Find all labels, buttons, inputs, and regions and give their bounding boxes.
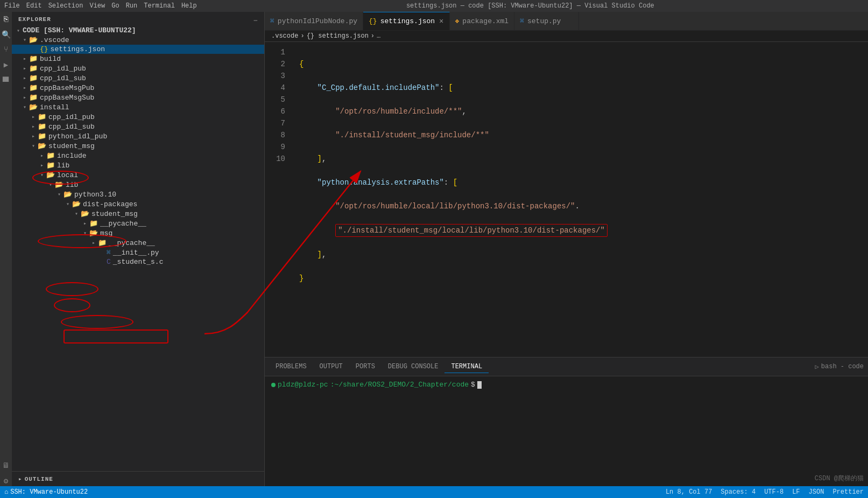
term-status-dot xyxy=(271,383,276,387)
tree-root[interactable]: ▾ CODE [SSH: VMWARE-UBUNTU22] xyxy=(12,26,264,35)
cpp-idl-pub-label: cpp_idl_pub xyxy=(40,65,86,73)
tab-python-idl[interactable]: ⌘ pythonIdlPubNode.py xyxy=(265,12,363,30)
breadcrumb-settings[interactable]: {} settings.json xyxy=(307,32,369,40)
status-ssh-icon: ⌂ xyxy=(4,488,8,496)
tab-settings-json-label: settings.json xyxy=(380,17,435,25)
pycache2-icon: 📁 xyxy=(98,239,107,247)
tree-install[interactable]: ▾ 📂 install xyxy=(12,102,264,112)
tab-setup-py[interactable]: ⌘ setup.py xyxy=(514,12,579,30)
code-editor[interactable]: 1 2 3 4 5 6 7 8 9 10 { "C_Cpp.default.in… xyxy=(265,42,868,357)
root-label: CODE [SSH: VMWARE-UBUNTU22] xyxy=(23,26,136,34)
status-spaces[interactable]: Spaces: 4 xyxy=(721,488,756,496)
i-cpp-idl-sub-icon: 📁 xyxy=(38,122,46,131)
activity-remote-icon[interactable]: 🖥 xyxy=(1,460,11,471)
tree-student-msg[interactable]: ▾ 📂 student_msg xyxy=(12,141,264,151)
install-label: install xyxy=(40,103,69,111)
build-label: build xyxy=(40,55,61,63)
local-label: local xyxy=(57,171,78,179)
status-ln-col[interactable]: Ln 8, Col 77 xyxy=(666,488,712,496)
status-ssh[interactable]: ⌂ SSH: VMware-Ubuntu22 xyxy=(4,488,88,496)
menu-go[interactable]: Go xyxy=(111,2,119,10)
menu-selection[interactable]: Selection xyxy=(48,2,83,10)
tab-output[interactable]: OUTPUT xyxy=(313,361,349,373)
tree-install-cpp-idl-pub[interactable]: ▸ 📁 cpp_idl_pub xyxy=(12,112,264,122)
tree-cpp-idl-sub[interactable]: ▸ 📁 cpp_idl_sub xyxy=(12,73,264,83)
tree-lib[interactable]: ▸ 📁 lib xyxy=(12,160,264,170)
dist-packages-icon: 📂 xyxy=(72,200,81,208)
tree-student-c[interactable]: C _student_s.c xyxy=(12,257,264,266)
tree-dist-packages[interactable]: ▾ 📂 dist-packages xyxy=(12,199,264,209)
tree-python310[interactable]: ▾ 📂 python3.10 xyxy=(12,190,264,199)
activity-settings-icon[interactable]: ⚙ xyxy=(1,475,11,486)
tree-pycache2[interactable]: ▸ 📁 __pycache__ xyxy=(12,238,264,248)
tree-vscode-folder[interactable]: ▾ 📂 .vscode xyxy=(12,35,264,45)
tree-cpp-idl-pub[interactable]: ▸ 📁 cpp_idl_pub xyxy=(12,64,264,73)
student-msg-label: student_msg xyxy=(48,142,95,150)
tab-debug-console[interactable]: DEBUG CONSOLE xyxy=(382,361,445,373)
tab-terminal[interactable]: TERMINAL xyxy=(444,361,489,373)
dist-packages-label: dist-packages xyxy=(83,200,137,208)
tree-pycache1[interactable]: ▸ 📁 __pycache__ xyxy=(12,219,264,228)
tree-init-py[interactable]: ⌘ __init__.py xyxy=(12,248,264,257)
breadcrumb-vscode[interactable]: .vscode xyxy=(271,32,298,40)
menu-edit[interactable]: Edit xyxy=(26,2,42,10)
student-msg-icon: 📂 xyxy=(38,142,46,150)
tree-cpp-base-msg-sub[interactable]: ▸ 📁 cppBaseMsgSub xyxy=(12,93,264,102)
cpp-idl-sub-label: cpp_idl_sub xyxy=(40,74,86,82)
menu-run[interactable]: Run xyxy=(126,2,138,10)
tree-build[interactable]: ▸ 📁 build xyxy=(12,54,264,64)
i-python-idl-pub-label: python_idl_pub xyxy=(48,132,107,141)
install-arrow: ▾ xyxy=(20,104,29,110)
outline-label: OUTLINE xyxy=(25,476,53,482)
tree-install-python-idl-pub[interactable]: ▸ 📁 python_idl_pub xyxy=(12,131,264,141)
tab-ports[interactable]: PORTS xyxy=(349,361,382,373)
tree-settings-json[interactable]: {} settings.json xyxy=(12,45,264,54)
cpp-idl-pub-icon: 📁 xyxy=(29,64,38,73)
menu-help[interactable]: Help xyxy=(181,2,197,10)
local-lib-label: lib xyxy=(66,181,78,189)
pycache1-arrow: ▸ xyxy=(81,220,89,227)
code-content[interactable]: { "C_Cpp.default.includePath": [ "/opt/r… xyxy=(291,42,868,357)
terminal-content[interactable]: pldz@pldz-pc :~/share/ROS2_DEMO/2_Chapte… xyxy=(265,376,868,486)
tab-settings-json-close[interactable]: × xyxy=(439,17,443,26)
menu-bar[interactable]: File Edit Selection View Go Run Terminal… xyxy=(4,2,197,10)
tree-include[interactable]: ▸ 📁 include xyxy=(12,151,264,160)
breadcrumb-ellipsis[interactable]: … xyxy=(377,32,380,40)
sidebar-title: EXPLORER xyxy=(18,16,51,23)
menu-file[interactable]: File xyxy=(4,2,20,10)
tab-settings-json[interactable]: {} settings.json × xyxy=(363,12,449,30)
tab-package-xml[interactable]: ❖ package.xml xyxy=(450,12,515,30)
tree-cpp-base-msg-pub[interactable]: ▸ 📁 cppBaseMsgPub xyxy=(12,83,264,93)
outline-section[interactable]: ▸ OUTLINE xyxy=(12,471,264,486)
cpp-idl-sub-icon: 📁 xyxy=(29,74,38,82)
activity-search-icon[interactable]: 🔍 xyxy=(1,29,11,40)
new-file-icon[interactable]: … xyxy=(253,16,258,23)
status-lang[interactable]: JSON xyxy=(809,488,824,496)
activity-git-icon[interactable]: ⑂ xyxy=(1,44,11,55)
lib-label: lib xyxy=(57,162,69,170)
msg-label: msg xyxy=(100,229,112,237)
build-icon: 📁 xyxy=(29,54,38,63)
activity-explorer-icon[interactable]: ⎘ xyxy=(1,14,11,25)
activity-extensions-icon[interactable]: ⯀ xyxy=(1,74,11,85)
activity-debug-icon[interactable]: ▶ xyxy=(1,59,11,70)
tree-msg[interactable]: ▾ 📂 msg xyxy=(12,228,264,238)
status-formatter[interactable]: Prettier xyxy=(832,488,864,496)
status-encoding[interactable]: UTF-8 xyxy=(764,488,784,496)
lib-icon: 📁 xyxy=(46,161,55,170)
tab-problems[interactable]: PROBLEMS xyxy=(269,361,313,373)
menu-terminal[interactable]: Terminal xyxy=(144,2,175,10)
tree-local[interactable]: ▾ 📂 local xyxy=(12,170,264,180)
tree-local-lib[interactable]: ▾ 📂 lib xyxy=(12,180,264,190)
breadcrumb: .vscode › {} settings.json › … xyxy=(265,31,868,42)
pycache1-icon: 📁 xyxy=(89,219,98,228)
status-eol[interactable]: LF xyxy=(792,488,800,496)
cpp-base-msg-sub-icon: 📁 xyxy=(29,93,38,102)
python310-arrow: ▾ xyxy=(55,191,63,198)
tree-install-cpp-idl-sub[interactable]: ▸ 📁 cpp_idl_sub xyxy=(12,122,264,131)
student-c-icon: C xyxy=(107,258,111,266)
i-python-idl-pub-arrow: ▸ xyxy=(29,133,38,139)
menu-view[interactable]: View xyxy=(89,2,105,10)
tree-dist-student-msg[interactable]: ▾ 📂 student_msg xyxy=(12,209,264,219)
msg-arrow: ▾ xyxy=(81,230,89,236)
